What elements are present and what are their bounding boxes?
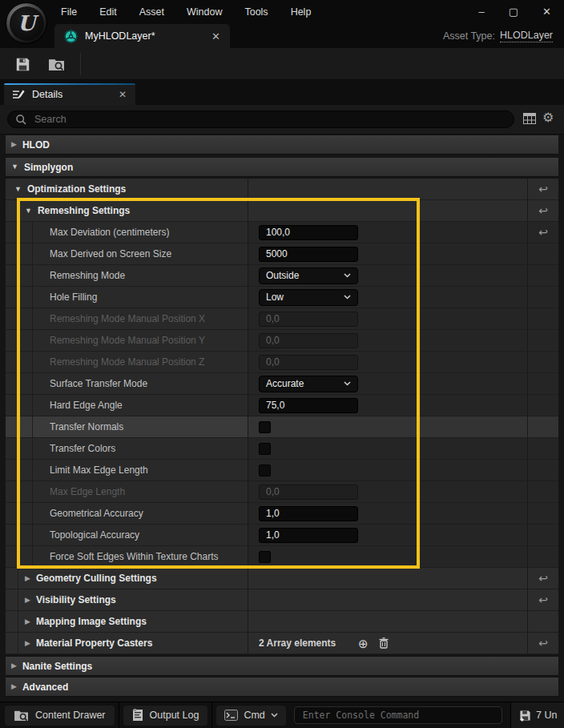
reset-cell: ↩	[528, 633, 558, 654]
indent-guide	[32, 525, 33, 545]
reset-cell	[528, 546, 558, 567]
expander-arrow-down-icon[interactable]: ▼	[11, 163, 18, 171]
reset-to-default-button[interactable]: ↩	[538, 183, 548, 195]
expander-arrow-right-icon[interactable]: ▶	[11, 662, 17, 670]
tab-details[interactable]: Details ✕	[4, 83, 135, 105]
unsaved-count-label: 7 Un	[536, 710, 557, 721]
max-deviation-centimeters-field[interactable]	[259, 225, 358, 240]
property-name-cell: Surface Transfer Mode	[6, 373, 248, 394]
topological-accuracy-field[interactable]	[259, 528, 358, 543]
menu-tools[interactable]: Tools	[233, 0, 279, 24]
property-label: Remeshing Mode	[50, 270, 125, 281]
clear-array-button[interactable]	[379, 638, 389, 649]
property-label: Max Deviation (centimeters)	[50, 227, 169, 238]
details-rows: ▶HLOD▼Simplygon▼Optimization Settings↩▼R…	[0, 135, 564, 697]
property-value-cell: Outside	[248, 265, 528, 286]
settings-button[interactable]: ⚙	[542, 111, 554, 124]
row-remeshing-mode-manual-position-y: Remeshing Mode Manual Position Y	[6, 330, 558, 352]
content-drawer-button[interactable]: Content Drawer	[5, 706, 115, 726]
expander-arrow-right-icon[interactable]: ▶	[25, 597, 30, 604]
search-box[interactable]	[7, 111, 514, 128]
expander-arrow-right-icon[interactable]: ▶	[25, 575, 30, 582]
details-tab-close-icon[interactable]: ✕	[119, 89, 127, 100]
remeshing-mode-manual-position-z-field	[259, 355, 358, 370]
reset-to-default-button[interactable]: ↩	[538, 638, 548, 649]
menu-asset[interactable]: Asset	[128, 0, 175, 24]
save-icon	[15, 57, 30, 72]
minimize-button[interactable]: –	[479, 0, 485, 24]
limit-max-edge-length-checkbox[interactable]	[259, 465, 271, 477]
row-max-edge-length: Max Edge Length	[6, 481, 558, 503]
reset-to-default-button[interactable]: ↩	[538, 573, 548, 584]
property-label: Remeshing Mode Manual Position Y	[50, 335, 205, 346]
indent-guide	[18, 243, 18, 264]
transfer-normals-checkbox[interactable]	[259, 421, 271, 433]
force-soft-edges-within-texture-charts-checkbox[interactable]	[259, 551, 271, 563]
menu-edit[interactable]: Edit	[88, 0, 128, 24]
property-name-cell: Transfer Normals	[6, 416, 248, 437]
category-label: HLOD	[22, 139, 50, 151]
max-derived-on-screen-size-field[interactable]	[259, 247, 358, 262]
property-name-cell: Remeshing Mode Manual Position Z	[6, 352, 248, 372]
status-bar: Content Drawer Output Log Cmd	[0, 702, 564, 728]
row-hole-filling: Hole FillingLow	[6, 287, 558, 308]
hard-edge-angle-field[interactable]	[259, 398, 358, 413]
add-array-element-button[interactable]: ⊕	[358, 638, 369, 650]
search-input[interactable]	[33, 113, 506, 126]
asset-tab-myhlodlayer[interactable]: MyHLODLayer* ✕	[54, 24, 230, 48]
close-button[interactable]: ✕	[542, 0, 551, 24]
expander-arrow-right-icon[interactable]: ▶	[11, 683, 17, 690]
row-simplygon: ▼Simplygon	[6, 158, 558, 177]
surface-transfer-mode-dropdown[interactable]: Accurate	[259, 376, 358, 392]
remeshing-mode-dropdown[interactable]: Outside	[259, 267, 358, 284]
reset-to-default-button[interactable]: ↩	[538, 227, 548, 238]
geometrical-accuracy-field[interactable]	[259, 506, 358, 521]
expander-arrow-down-icon[interactable]: ▼	[25, 207, 32, 215]
unreal-engine-logo[interactable]: U	[6, 2, 47, 44]
menu-window[interactable]: Window	[175, 0, 233, 24]
console-command-input[interactable]	[294, 706, 502, 724]
transfer-colors-checkbox[interactable]	[259, 443, 271, 455]
indent-guide	[32, 373, 33, 394]
row-max-derived-on-screen-size: Max Derived on Screen Size	[6, 243, 558, 265]
property-value-cell	[248, 330, 528, 351]
property-value-cell	[248, 308, 528, 329]
property-value-cell	[248, 460, 528, 481]
row-optimization-settings: ▼Optimization Settings↩	[6, 179, 558, 200]
save-asset-button[interactable]	[11, 54, 34, 74]
property-value-cell	[248, 395, 528, 416]
output-log-button[interactable]: Output Log	[123, 706, 208, 726]
property-label: Force Soft Edges Within Texture Charts	[50, 551, 219, 562]
indent-guide	[32, 438, 33, 459]
expander-arrow-right-icon[interactable]: ▶	[25, 618, 30, 625]
indent-guide	[18, 200, 18, 221]
hole-filling-dropdown[interactable]: Low	[259, 289, 358, 306]
expander-arrow-down-icon[interactable]: ▼	[14, 186, 22, 193]
asset-tab-close-icon[interactable]: ✕	[212, 30, 220, 42]
output-log-icon	[132, 709, 143, 722]
indent-guide	[18, 416, 18, 437]
trash-icon	[379, 638, 389, 649]
property-label: Hole Filling	[50, 292, 97, 303]
property-value-cell	[248, 525, 528, 545]
menu-help[interactable]: Help	[280, 0, 323, 24]
reset-to-default-button[interactable]: ↩	[538, 205, 548, 216]
asset-type-value-link[interactable]: HLODLayer	[500, 30, 553, 42]
display-options-button[interactable]	[523, 113, 536, 124]
maximize-button[interactable]: ▢	[509, 0, 518, 24]
unreal-editor-window: File Edit Asset Window Tools Help – ▢ ✕ …	[0, 0, 564, 728]
cmd-dropdown[interactable]: Cmd	[216, 706, 285, 726]
reset-cell	[528, 460, 558, 481]
indent-guide	[32, 481, 33, 502]
property-label: Transfer Colors	[50, 443, 115, 454]
reset-to-default-button[interactable]: ↩	[538, 594, 548, 605]
gear-icon: ⚙	[542, 111, 554, 124]
browse-to-asset-button[interactable]	[45, 54, 67, 74]
property-value-cell	[248, 568, 528, 589]
expander-arrow-right-icon[interactable]: ▶	[25, 640, 30, 647]
menu-file[interactable]: File	[50, 0, 88, 24]
indent-guide	[18, 546, 18, 567]
expander-arrow-right-icon[interactable]: ▶	[11, 141, 17, 148]
unsaved-assets-indicator[interactable]: 7 Un	[510, 702, 564, 728]
indent-guide	[18, 589, 18, 610]
